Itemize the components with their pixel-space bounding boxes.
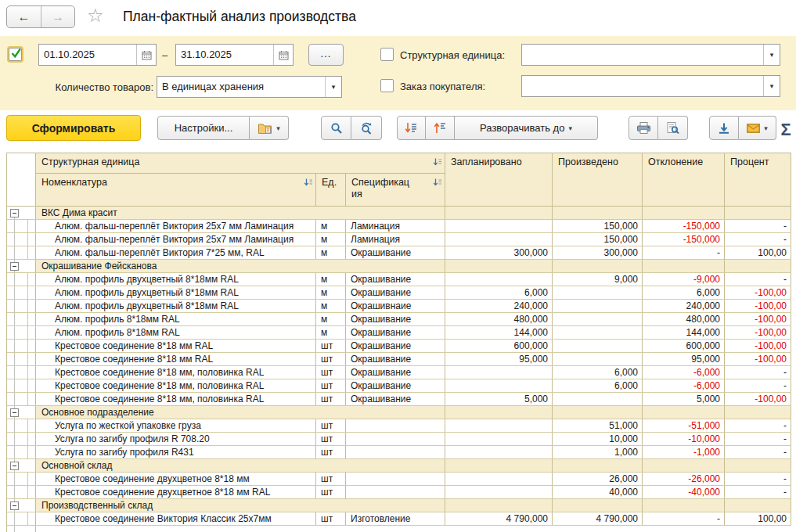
item-name: Крестовое соединение 8*18 мм, половинка … xyxy=(36,393,316,405)
table-row[interactable]: Крестовое соединение Виктория Классик 25… xyxy=(7,512,791,526)
column-header-spec[interactable]: Спецификация xyxy=(346,174,445,207)
tree-line xyxy=(14,217,15,219)
dropdown-button[interactable]: ▾ xyxy=(325,77,341,97)
table-row[interactable]: Крестовое соединение 8*18 мм, половинка … xyxy=(7,366,791,379)
collapse-expander-icon[interactable] xyxy=(10,209,19,217)
column-header-unit[interactable]: Ед. xyxy=(316,174,346,207)
save-button[interactable] xyxy=(709,116,739,140)
column-header-group[interactable]: Структурная единица xyxy=(36,153,445,174)
customer-order-checkbox[interactable] xyxy=(380,79,394,92)
calendar-button[interactable] xyxy=(136,45,156,65)
group-row[interactable]: ВКС Дима красит xyxy=(7,207,791,220)
column-header-item[interactable]: Номенклатура xyxy=(36,174,316,207)
table-row[interactable]: Алюм. фальш-переплёт Виктория 25х7 мм Ла… xyxy=(7,220,791,233)
table-row[interactable]: Алюм. профиль двухцветный 8*18мм RALмОкр… xyxy=(7,273,791,286)
table-row[interactable]: Крестовое соединение 8*18 мм, половинка … xyxy=(7,393,791,406)
value-cell xyxy=(725,260,791,272)
dropdown-button[interactable]: ▾ xyxy=(763,45,780,65)
value-cell: -1,000 xyxy=(643,446,725,458)
find-next-button[interactable] xyxy=(351,116,382,140)
quantity-combo[interactable]: В единицах хранения ▾ xyxy=(157,76,342,98)
period-checkbox[interactable] xyxy=(9,48,22,61)
column-header-label: Произведено xyxy=(558,156,618,167)
collapse-expander-icon[interactable] xyxy=(10,408,19,417)
unit-cell: м xyxy=(316,313,346,325)
value-cell: 1,000 xyxy=(553,446,643,458)
collapse-expander-icon[interactable] xyxy=(10,262,19,271)
table-row[interactable]: Крестовое соединение 8*18 мм, половинка … xyxy=(7,379,791,393)
column-header-produced[interactable]: Произведено xyxy=(553,153,643,207)
table-row[interactable]: Услуга по загибу профиля R431шт1,000-1,0… xyxy=(7,446,791,459)
calendar-button[interactable] xyxy=(273,45,293,65)
table-row[interactable]: Крестовое соединение двухцветное 8*18 мм… xyxy=(7,473,791,486)
tree-line xyxy=(27,286,28,299)
structural-unit-combo[interactable]: ▾ xyxy=(521,44,780,66)
date-to-field[interactable]: 31.10.2025 xyxy=(175,44,294,66)
structural-unit-checkbox[interactable] xyxy=(380,48,394,61)
collapse-expander-icon[interactable] xyxy=(10,501,19,510)
settings-button[interactable]: Настройки... xyxy=(157,116,250,140)
date-from-field[interactable]: 01.10.2025 xyxy=(38,44,157,66)
value-cell xyxy=(445,499,553,512)
report-variants-button[interactable]: ▾ xyxy=(250,116,289,140)
group-row[interactable]: Производственный склад xyxy=(7,499,791,512)
value-cell xyxy=(553,300,643,312)
send-email-button[interactable]: ▾ xyxy=(739,116,776,140)
table-row[interactable]: Алюм. фальш-переплёт Виктория 7*25 мм, R… xyxy=(7,246,791,260)
group-row[interactable]: Основной склад xyxy=(7,459,791,473)
generate-button[interactable]: Сформировать xyxy=(6,115,141,141)
column-header-percent[interactable]: Процент xyxy=(725,153,791,207)
forward-button[interactable]: → xyxy=(41,6,74,27)
tree-cell xyxy=(7,353,36,365)
column-header-deviation[interactable]: Отклонение xyxy=(643,153,725,207)
favorite-star-icon[interactable]: ☆ xyxy=(87,5,104,27)
value-cell xyxy=(445,260,553,272)
tree-line xyxy=(14,271,15,272)
value-cell: -6,000 xyxy=(643,366,725,379)
group-row[interactable]: Окрашивание Фейсканова xyxy=(7,260,791,273)
print-preview-button[interactable] xyxy=(658,116,688,140)
value-cell xyxy=(445,473,553,485)
value-cell: -9,000 xyxy=(643,273,725,286)
calendar-icon xyxy=(142,50,152,60)
tree-cell xyxy=(7,459,36,472)
table-row[interactable]: Услуга по загибу профиля R 708.20шт10,00… xyxy=(7,433,791,446)
report-toolbar: Сформировать Настройки... ▾ xyxy=(0,110,796,153)
expand-to-label: Разворачивать до xyxy=(480,122,564,134)
group-row[interactable]: Основное подразделение xyxy=(7,406,791,419)
unit-cell: м xyxy=(316,220,346,232)
collapse-expander-icon[interactable] xyxy=(10,462,19,470)
expand-to-button[interactable]: Разворачивать до ▾ xyxy=(455,116,598,140)
value-cell: 600,000 xyxy=(445,340,553,352)
expand-all-button[interactable] xyxy=(397,116,426,140)
table-row[interactable]: Алюм. профиль 8*18мм RALмОкрашивание480,… xyxy=(7,313,791,326)
find-button[interactable] xyxy=(321,116,351,140)
value-cell xyxy=(553,499,643,512)
column-header-planned[interactable]: Запланировано xyxy=(445,153,553,207)
table-row[interactable]: Алюм. профиль 8*18мм RALмОкрашивание144,… xyxy=(7,326,791,340)
period-more-button[interactable]: ... xyxy=(308,44,344,66)
customer-order-combo[interactable]: ▾ xyxy=(521,75,780,97)
tree-line xyxy=(14,379,15,392)
back-button[interactable]: ← xyxy=(7,6,41,27)
tree-line xyxy=(14,419,15,432)
value-cell xyxy=(445,419,553,432)
table-row[interactable]: Крестовое соединение двухцветное 8*18 мм… xyxy=(7,486,791,499)
value-cell: 10,000 xyxy=(553,433,643,445)
table-row[interactable]: Алюм. профиль двухцветный 8*18мм RALмОкр… xyxy=(7,300,791,313)
value-cell: 51,000 xyxy=(553,419,643,432)
value-cell: 600,000 xyxy=(643,340,725,352)
table-row[interactable]: Алюм. фальш-переплёт Виктория 25х7 мм Ла… xyxy=(7,233,791,246)
table-row[interactable]: Крестовое соединение 8*18 мм RALштОкраши… xyxy=(7,340,791,353)
table-row[interactable]: Крестовое соединение 8*18 мм RALштОкраши… xyxy=(7,353,791,366)
value-cell xyxy=(643,406,725,419)
print-button[interactable] xyxy=(629,116,658,140)
value-cell: -150,000 xyxy=(643,220,725,232)
printer-icon xyxy=(636,121,651,135)
dropdown-button[interactable]: ▾ xyxy=(763,76,780,96)
table-row[interactable]: Услуга по жесткой упаковке грузашт51,000… xyxy=(7,419,791,433)
collapse-all-button[interactable] xyxy=(426,116,455,140)
table-row[interactable]: Алюм. профиль двухцветный 8*18мм RALмОкр… xyxy=(7,286,791,300)
autosum-button[interactable]: Σ xyxy=(776,117,795,142)
value-cell: 95,000 xyxy=(445,353,553,365)
